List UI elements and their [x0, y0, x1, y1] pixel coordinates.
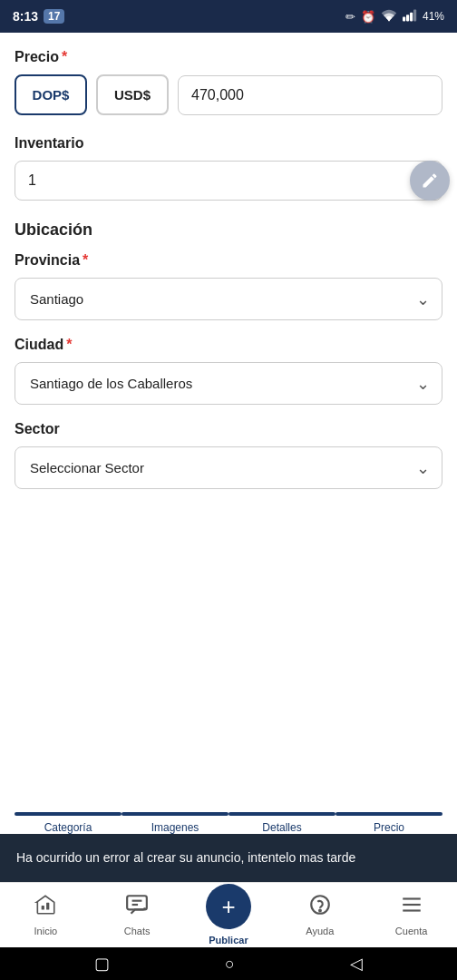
svg-point-0 — [388, 19, 390, 21]
provincia-field: Provincia* Santiago Santo Domingo La Veg… — [15, 252, 442, 320]
nav-chats-label: Chats — [124, 926, 151, 936]
status-right: ✏ ⏰ 41% — [345, 9, 444, 24]
tab-categoria[interactable]: Categoría — [15, 812, 122, 834]
svg-rect-2 — [406, 15, 409, 21]
provincia-label: Provincia* — [15, 252, 442, 269]
svg-rect-7 — [127, 896, 147, 909]
svg-rect-4 — [413, 9, 416, 21]
tab-imagenes[interactable]: Imagenes — [122, 812, 228, 834]
nav-inicio[interactable]: Inicio — [0, 893, 92, 936]
svg-point-11 — [319, 909, 321, 911]
recent-button[interactable]: ▢ — [94, 954, 110, 974]
sector-field: Sector Seleccionar Sector ⌄ — [15, 421, 442, 489]
edit-icon — [421, 172, 439, 190]
nav-ayuda[interactable]: Ayuda — [274, 893, 365, 936]
tab-precio-label: Precio — [374, 821, 404, 834]
home-button[interactable]: ○ — [225, 955, 235, 974]
nav-ayuda-label: Ayuda — [306, 926, 334, 936]
ayuda-icon — [308, 893, 332, 922]
status-bar: 8:13 17 ✏ ⏰ 41% — [0, 0, 457, 33]
svg-rect-6 — [46, 902, 49, 909]
chats-icon — [125, 893, 149, 922]
inventory-label: Inventario — [15, 135, 442, 152]
svg-rect-1 — [403, 16, 405, 21]
tab-imagenes-label: Imagenes — [151, 821, 199, 834]
wifi-icon — [381, 9, 397, 24]
main-content: Precio* DOP$ USD$ Inventario Ubicación P… — [0, 33, 457, 794]
tab-categoria-label: Categoría — [44, 821, 92, 834]
progress-tabs: Categoría Imagenes Detalles Precio — [0, 794, 457, 834]
tab-precio[interactable]: Precio — [335, 812, 442, 834]
sector-label: Sector — [15, 421, 442, 437]
ciudad-select[interactable]: Santiago de los Caballeros Santo Domingo… — [15, 362, 442, 405]
provincia-wrapper: Santiago Santo Domingo La Vega ⌄ — [15, 278, 442, 320]
error-message: Ha ocurrido un error al crear su anuncio… — [16, 850, 355, 865]
tab-imagenes-bar — [122, 812, 228, 816]
tab-precio-bar — [335, 812, 442, 816]
error-banner: Ha ocurrido un error al crear su anuncio… — [0, 834, 457, 882]
plus-icon: + — [221, 895, 235, 918]
tab-detalles-label: Detalles — [262, 821, 301, 834]
inventory-input[interactable] — [15, 161, 442, 201]
edit-fab-button[interactable] — [410, 161, 450, 201]
cuenta-icon — [400, 893, 423, 922]
ciudad-wrapper: Santiago de los Caballeros Santo Domingo… — [15, 362, 442, 405]
location-section: Ubicación Provincia* Santiago Santo Domi… — [15, 220, 442, 489]
android-nav: ▢ ○ ◁ — [0, 947, 457, 980]
bottom-nav: Inicio Chats + Publicar Ayuda — [0, 882, 457, 947]
price-section: Precio* DOP$ USD$ — [15, 49, 442, 115]
nav-cuenta-label: Cuenta — [395, 926, 427, 936]
status-time: 8:13 — [13, 9, 38, 24]
signal-icon — [403, 9, 417, 24]
status-badge: 17 — [44, 9, 64, 24]
svg-rect-3 — [410, 12, 413, 21]
tab-detalles[interactable]: Detalles — [228, 812, 335, 834]
nav-chats[interactable]: Chats — [92, 893, 183, 936]
pencil-icon: ✏ — [345, 10, 355, 24]
provincia-select[interactable]: Santiago Santo Domingo La Vega — [15, 278, 442, 320]
nav-cuenta[interactable]: Cuenta — [365, 893, 457, 936]
sector-wrapper: Seleccionar Sector ⌄ — [15, 446, 442, 489]
nav-publicar[interactable]: + Publicar — [183, 884, 275, 946]
nav-inicio-label: Inicio — [34, 926, 58, 936]
dop-button[interactable]: DOP$ — [15, 74, 87, 115]
status-left: 8:13 17 — [13, 9, 64, 24]
battery-text: 41% — [423, 10, 444, 23]
ciudad-field: Ciudad* Santiago de los Caballeros Santo… — [15, 337, 442, 405]
price-input[interactable] — [178, 75, 442, 115]
publish-fab[interactable]: + — [206, 884, 251, 929]
ciudad-label: Ciudad* — [15, 337, 442, 353]
alarm-icon: ⏰ — [361, 10, 375, 24]
usd-button[interactable]: USD$ — [96, 74, 169, 115]
inicio-icon — [34, 893, 57, 922]
svg-rect-5 — [42, 906, 44, 909]
location-title: Ubicación — [15, 220, 442, 240]
tab-categoria-bar — [15, 812, 122, 816]
nav-publicar-label: Publicar — [209, 935, 248, 946]
price-label: Precio* — [15, 49, 442, 65]
price-row: DOP$ USD$ — [15, 74, 442, 115]
back-button[interactable]: ◁ — [350, 954, 363, 974]
inventory-section: Inventario — [15, 135, 442, 201]
sector-select[interactable]: Seleccionar Sector — [15, 446, 442, 489]
tab-detalles-bar — [228, 812, 335, 816]
